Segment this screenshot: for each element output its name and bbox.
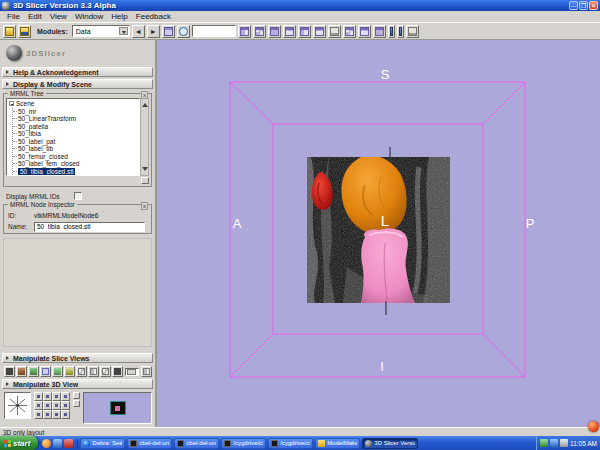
slice-label-opacity-button[interactable] — [28, 366, 39, 377]
module-refresh-button[interactable] — [177, 25, 190, 38]
task-button[interactable]: cbel-del-un-7.startb... — [174, 438, 219, 449]
tree-item[interactable]: 50_label_pat — [13, 138, 139, 146]
layout-lightbox-button[interactable] — [373, 25, 386, 38]
tree-item-selected[interactable]: 50_tibia_closed.stl — [13, 168, 139, 176]
stereo-button[interactable] — [34, 410, 43, 419]
tree-item[interactable]: 50_femur_closed — [13, 153, 139, 161]
layout-fourup-button[interactable] — [253, 25, 266, 38]
module-forward-button[interactable]: ► — [147, 25, 160, 38]
save-scene-button[interactable] — [18, 25, 31, 38]
slice-settings-button[interactable] — [141, 366, 152, 377]
menu-item-feedback[interactable]: Feedback — [132, 12, 175, 21]
chevron-down-icon[interactable] — [119, 27, 128, 35]
screenshot-button[interactable] — [406, 25, 419, 38]
scroll-up-icon[interactable] — [142, 100, 148, 107]
scroll-down-icon[interactable] — [142, 167, 148, 174]
slice-visibility-button[interactable] — [4, 366, 15, 377]
close-icon[interactable]: ✕ — [589, 1, 598, 10]
slice-opacity-slider[interactable] — [125, 368, 139, 376]
media-player-icon[interactable] — [64, 439, 73, 448]
help-acknowledgement-header[interactable]: Help & Acknowledgement — [2, 67, 153, 77]
mouse-mode-place-button[interactable] — [397, 25, 404, 38]
tree-item[interactable]: 50_mr — [13, 108, 139, 116]
axis-orientation-widget[interactable] — [4, 392, 31, 419]
minimize-icon[interactable]: — — [569, 1, 578, 10]
module-selector[interactable]: Data — [72, 25, 130, 37]
display-mrml-ids-checkbox[interactable] — [74, 192, 82, 200]
mouse-mode-pick-button[interactable] — [388, 25, 395, 38]
notification-icon[interactable] — [588, 421, 599, 432]
center-view-button[interactable] — [43, 401, 52, 410]
module-history-button[interactable] — [162, 25, 175, 38]
slider-handle[interactable] — [127, 369, 136, 375]
menu-item-file[interactable]: File — [3, 12, 24, 21]
task-button[interactable]: Debra: Search result... — [80, 438, 125, 449]
tree-item[interactable]: 50_LinearTransform — [13, 115, 139, 123]
explorer-icon[interactable] — [53, 439, 62, 448]
tree-item[interactable]: 50_label_tib — [13, 145, 139, 153]
tree-item[interactable]: 50_patella — [13, 123, 139, 131]
slice-fit-button[interactable] — [100, 366, 111, 377]
threed-viewport[interactable]: S A P I L — [157, 40, 600, 427]
browser-icon[interactable] — [42, 439, 51, 448]
menu-item-help[interactable]: Help — [107, 12, 131, 21]
layout-icon — [300, 27, 309, 36]
menu-item-window[interactable]: Window — [71, 12, 107, 21]
layout-red-slice-button[interactable] — [283, 25, 296, 38]
manipulate-slice-views-header[interactable]: Manipulate Slice Views — [2, 353, 153, 363]
layout-conventional-button[interactable] — [238, 25, 251, 38]
rotate-down-button[interactable] — [43, 410, 52, 419]
tree-item[interactable]: 50_label_fem_closed — [13, 160, 139, 168]
layout-3d-only-button[interactable] — [268, 25, 281, 38]
module-back-button[interactable]: ◄ — [132, 25, 145, 38]
pitch-down-button[interactable] — [73, 400, 80, 407]
tree-resize-button[interactable] — [141, 177, 149, 184]
spin-button[interactable] — [61, 392, 70, 401]
antivirus-tray-icon[interactable] — [540, 439, 548, 447]
tree-scrollbar[interactable] — [140, 98, 149, 176]
menu-item-edit[interactable]: Edit — [24, 12, 46, 21]
task-button[interactable]: ModelMaker — [315, 438, 360, 449]
layout-green-slice-button[interactable] — [313, 25, 326, 38]
task-button[interactable]: /cygdrive/c/Documen... — [268, 438, 313, 449]
slice-link-button[interactable] — [40, 366, 51, 377]
layout-tabbed-slice-button[interactable] — [343, 25, 356, 38]
rock-button[interactable] — [61, 401, 70, 410]
slice-more-button[interactable] — [112, 366, 123, 377]
slice-compare-button[interactable] — [88, 366, 99, 377]
zoom-out-button[interactable] — [52, 410, 61, 419]
module-search-input[interactable] — [192, 25, 236, 37]
network-tray-icon[interactable] — [550, 439, 558, 447]
start-button[interactable]: start — [0, 436, 38, 450]
layout-yellow-slice-button[interactable] — [298, 25, 311, 38]
rotate-right-button[interactable] — [52, 401, 61, 410]
display-modify-scene-header[interactable]: Display & Modify Scene — [2, 79, 153, 89]
task-button[interactable]: cbel-del-un-7.startb... — [127, 438, 172, 449]
rotate-left-button[interactable] — [34, 401, 43, 410]
close-icon[interactable]: x — [141, 202, 148, 210]
navigation-preview[interactable] — [83, 392, 152, 424]
zoom-in-button[interactable] — [52, 392, 61, 401]
menu-item-view[interactable]: View — [46, 12, 71, 21]
ortho-button[interactable] — [61, 410, 70, 419]
maximize-icon[interactable]: ❐ — [579, 1, 588, 10]
slice-fg-bg-button[interactable] — [16, 366, 27, 377]
layout-tabbed-3d-button[interactable] — [328, 25, 341, 38]
slice-crosshair-button[interactable] — [64, 366, 75, 377]
manipulate-3d-view-header[interactable]: Manipulate 3D View — [2, 379, 153, 389]
task-button-active[interactable]: 3D Slicer Version 3.3 ... — [362, 438, 418, 449]
volume-tray-icon[interactable] — [560, 439, 568, 447]
slice-grid-button[interactable] — [76, 366, 87, 377]
tree-item[interactable]: 50_tibia — [13, 130, 139, 138]
layout-compare-button[interactable] — [358, 25, 371, 38]
close-icon[interactable]: x — [141, 91, 148, 99]
task-button[interactable]: /cygdrive/c/Documen... — [221, 438, 266, 449]
rotate-up-button[interactable] — [43, 392, 52, 401]
slice-annotation-button[interactable] — [52, 366, 63, 377]
node-name-input[interactable] — [34, 222, 145, 232]
tree-collapse-icon[interactable] — [9, 101, 14, 106]
tree-item-scene[interactable]: Scene — [9, 100, 139, 108]
rotate-look-from-button[interactable] — [34, 392, 43, 401]
load-scene-button[interactable] — [3, 25, 16, 38]
pitch-up-button[interactable] — [73, 392, 80, 399]
